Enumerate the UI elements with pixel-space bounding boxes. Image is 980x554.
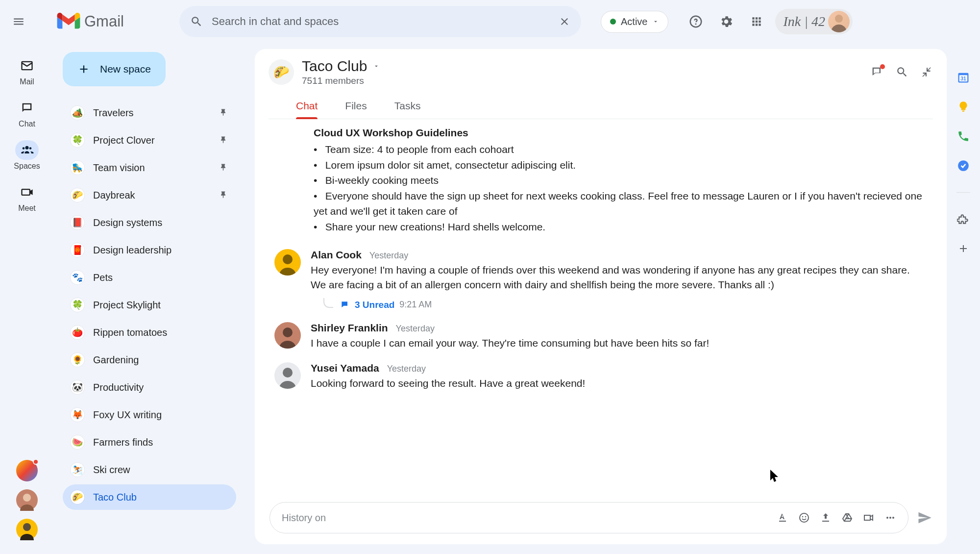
- space-item[interactable]: ⛷️ Ski crew: [63, 457, 236, 482]
- help-button[interactable]: [688, 14, 704, 29]
- rail-user-avatar-1[interactable]: [16, 489, 38, 511]
- space-item[interactable]: 📕 Design systems: [63, 210, 236, 235]
- message: Shirley Franklin Yesterday I have a coup…: [274, 322, 927, 351]
- space-item-name: Productivity: [93, 382, 144, 393]
- space-item[interactable]: 🛼 Team vision: [63, 155, 236, 180]
- search-input[interactable]: [212, 15, 550, 28]
- message-avatar[interactable]: [274, 322, 301, 349]
- status-selector[interactable]: Active: [601, 11, 668, 33]
- space-item-name: Team vision: [93, 162, 145, 174]
- space-item[interactable]: 🌮 Daybreak: [63, 182, 236, 208]
- spaces-sidebar: New space 🏕️ Travelers 🍀 Project Clover …: [54, 43, 245, 554]
- apps-button[interactable]: [749, 14, 764, 29]
- contacts-app[interactable]: [956, 129, 970, 143]
- tasks-app[interactable]: [956, 159, 970, 173]
- pin-icon: [220, 191, 228, 200]
- svg-point-3: [283, 254, 293, 264]
- space-title[interactable]: Taco Club: [302, 58, 367, 75]
- format-text-icon: [777, 512, 788, 524]
- collapse-icon: [920, 66, 933, 78]
- avatar-icon: [828, 11, 850, 32]
- rail-spaces[interactable]: Spaces: [7, 137, 47, 174]
- space-item-name: Travelers: [93, 107, 134, 119]
- space-item-emoji: 📕: [71, 216, 84, 229]
- chevron-down-icon[interactable]: [373, 63, 380, 70]
- drive-icon: [841, 512, 853, 524]
- search-bar[interactable]: [179, 6, 581, 37]
- guideline-item: • Team size: 4 to people from each cohoa…: [314, 142, 927, 157]
- space-item[interactable]: 🍀 Project Skylight: [63, 292, 236, 318]
- message-avatar[interactable]: [274, 362, 301, 389]
- space-item[interactable]: 🍀 Project Clover: [63, 127, 236, 153]
- drive-button[interactable]: [841, 512, 853, 524]
- new-space-label: New space: [100, 63, 151, 75]
- workspace-selector[interactable]: Ink | 42: [775, 9, 852, 34]
- video-button[interactable]: [863, 512, 875, 524]
- rail-user-avatar-2[interactable]: [16, 519, 38, 540]
- send-button[interactable]: [917, 510, 932, 525]
- space-item[interactable]: 🍅 Rippen tomatoes: [63, 320, 236, 345]
- message-author: Yusei Yamada: [311, 362, 379, 374]
- space-item[interactable]: 🐾 Pets: [63, 265, 236, 290]
- space-item-emoji: 🐼: [71, 380, 84, 394]
- space-item[interactable]: 🏕️ Travelers: [63, 100, 236, 126]
- logo-area[interactable]: Gmail: [57, 13, 174, 30]
- emoji-icon: [798, 512, 810, 524]
- space-item[interactable]: 🍉 Farmers finds: [63, 429, 236, 455]
- tab-tasks[interactable]: Tasks: [394, 96, 421, 119]
- new-space-button[interactable]: New space: [63, 52, 166, 86]
- calendar-app[interactable]: 31: [956, 71, 970, 84]
- thread-curve-icon: [323, 298, 333, 308]
- tab-chat[interactable]: Chat: [296, 96, 318, 119]
- member-count[interactable]: 7511 members: [302, 76, 380, 86]
- space-item-name: Gardening: [93, 354, 139, 366]
- clear-search-icon[interactable]: [559, 16, 570, 27]
- calendar-icon: 31: [956, 71, 970, 84]
- svg-point-0: [835, 15, 843, 23]
- space-tabs: ChatFilesTasks: [269, 96, 933, 119]
- search-in-space-button[interactable]: [896, 66, 908, 78]
- collapse-button[interactable]: [920, 66, 933, 78]
- avatar-icon: [16, 489, 38, 511]
- main-menu-button[interactable]: [5, 8, 32, 35]
- tasks-icon: [957, 159, 970, 172]
- space-item-emoji: 🌻: [71, 353, 84, 367]
- thread-reply-icon: [340, 300, 350, 310]
- hamburger-icon: [12, 15, 25, 28]
- more-button[interactable]: [884, 512, 896, 524]
- guideline-item: • Bi-weekly cooking meets: [314, 173, 927, 188]
- message-avatar[interactable]: [274, 249, 301, 276]
- message-composer[interactable]: [270, 502, 908, 533]
- keep-app[interactable]: [956, 100, 970, 114]
- thread-link[interactable]: 3 Unread 9:21 AM: [323, 300, 927, 310]
- video-icon: [863, 512, 875, 524]
- space-item[interactable]: 🧧 Design leadership: [63, 237, 236, 263]
- space-item[interactable]: 🌮 Taco Club: [63, 484, 236, 510]
- settings-button[interactable]: [718, 14, 734, 29]
- emoji-button[interactable]: [798, 512, 810, 524]
- get-addons-button[interactable]: [956, 242, 970, 255]
- space-item-name: Farmers finds: [93, 437, 153, 448]
- tab-files[interactable]: Files: [345, 96, 367, 119]
- rail-app-avatar[interactable]: [16, 460, 38, 481]
- space-item-emoji: 🏕️: [71, 106, 84, 120]
- format-button[interactable]: [777, 512, 788, 524]
- rail-chat[interactable]: Chat: [7, 95, 47, 131]
- avatar-icon: [16, 519, 38, 540]
- composer-input[interactable]: [282, 512, 768, 524]
- svg-point-8: [805, 516, 807, 518]
- thread-button[interactable]: [870, 65, 884, 79]
- rail-meet[interactable]: Meet: [7, 179, 47, 216]
- account-avatar[interactable]: [828, 11, 850, 32]
- rail-mail[interactable]: Mail: [7, 53, 47, 89]
- rail-spaces-label: Spaces: [14, 162, 40, 171]
- space-item[interactable]: 🦊 Foxy UX writing: [63, 402, 236, 428]
- addons-button[interactable]: [956, 212, 970, 226]
- message: Alan Cook Yesterday Hey everyone! I'm ha…: [274, 249, 927, 310]
- space-item[interactable]: 🐼 Productivity: [63, 375, 236, 400]
- upload-button[interactable]: [820, 512, 832, 524]
- svg-point-6: [800, 513, 808, 522]
- space-item[interactable]: 🌻 Gardening: [63, 347, 236, 373]
- svg-point-2: [23, 523, 31, 531]
- space-item-name: Project Skylight: [93, 300, 161, 311]
